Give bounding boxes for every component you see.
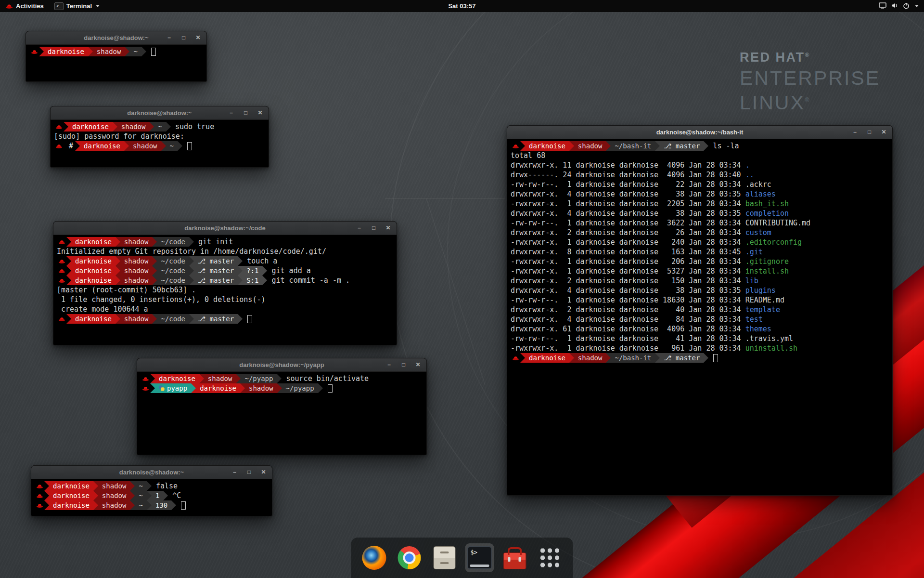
terminal-window: darknoise@shadow:~/code–□✕darknoiseshado… xyxy=(53,221,397,345)
powerline-separator xyxy=(606,141,611,151)
powerline-separator xyxy=(277,374,282,383)
close-button[interactable]: ✕ xyxy=(260,469,267,476)
maximize-button[interactable]: □ xyxy=(400,361,407,368)
powerline-separator xyxy=(238,266,243,276)
powerline-separator xyxy=(199,374,204,383)
terminal-text: total 68 xyxy=(511,151,545,160)
prompt-segment-path: ~ xyxy=(129,47,141,56)
prompt-segment-git: ⎇ master xyxy=(660,141,704,151)
maximize-button[interactable]: □ xyxy=(180,34,187,41)
redhat-icon xyxy=(35,491,44,500)
powerline-separator xyxy=(277,383,282,393)
prompt-segment-path: ~/code xyxy=(157,314,189,324)
dock-item-firefox[interactable] xyxy=(360,543,389,572)
powerline-separator xyxy=(262,276,267,285)
minimize-button[interactable]: – xyxy=(166,34,173,41)
window-titlebar[interactable]: darknoise@shadow:~/code–□✕ xyxy=(53,222,397,235)
terminal-text: drwxrwxr-x. 2 darknoise darknoise 40 Jan… xyxy=(511,305,745,315)
window-controls: –□✕ xyxy=(851,126,887,139)
terminal-output-line: Initialized empty Git repository in /hom… xyxy=(57,247,393,256)
powerline-separator xyxy=(520,141,525,151)
powerline-separator xyxy=(149,122,154,131)
terminal-body[interactable]: darknoiseshadow~/pyapp source bin/activa… xyxy=(137,372,426,393)
terminal-prompt-line: darknoiseshadow~130 xyxy=(35,500,269,510)
prompt-segment-git: ⎇ master xyxy=(194,276,238,285)
window-title: darknoise@shadow:~/bash-it xyxy=(656,129,744,136)
terminal-body[interactable]: darknoiseshadow~/code git initInitialize… xyxy=(53,235,397,324)
powerline-separator xyxy=(655,141,660,151)
file-name: completion xyxy=(745,209,789,218)
powerline-separator xyxy=(152,276,157,285)
chevron-down-icon xyxy=(915,5,919,7)
file-name: uninstall.sh xyxy=(745,343,797,353)
maximize-button[interactable]: □ xyxy=(866,129,873,136)
dock-item-files[interactable] xyxy=(430,543,459,572)
redhat-icon xyxy=(141,383,150,393)
dock-item-terminal[interactable]: $> xyxy=(465,543,494,572)
minimize-button[interactable]: – xyxy=(851,129,859,136)
terminal-text: -rwxrwxr-x. 1 darknoise darknoise 240 Ja… xyxy=(511,237,745,247)
prompt-segment-path: ~ xyxy=(154,122,166,131)
powerline-separator xyxy=(75,141,80,151)
minimize-button[interactable]: – xyxy=(356,224,363,232)
window-title: darknoise@shadow:~/pyapp xyxy=(239,361,324,368)
terminal-prompt-line: darknoiseshadow~ false xyxy=(35,481,269,491)
terminal-body[interactable]: darknoiseshadow~/bash-it⎇ master ls -lat… xyxy=(507,139,892,363)
powerline-separator xyxy=(66,276,71,285)
maximize-button[interactable]: □ xyxy=(242,109,249,117)
window-titlebar[interactable]: darknoise@shadow:~/pyapp–□✕ xyxy=(137,358,426,372)
terminal-prompt-line: darknoiseshadow~/code⎇ master xyxy=(57,314,393,324)
prompt-segment-user: darknoise xyxy=(525,353,569,363)
activities-button[interactable]: Activities xyxy=(0,0,49,12)
system-menu-button[interactable] xyxy=(873,0,924,12)
prompt-segment-user: darknoise xyxy=(71,256,116,266)
prompt-segment-path: ~/pyapp xyxy=(241,374,277,383)
terminal-text: drwxrwxr-x. 2 darknoise darknoise 150 Ja… xyxy=(511,276,745,286)
close-button[interactable]: ✕ xyxy=(385,224,392,232)
terminal-text: -rwxrwxr-x. 1 darknoise darknoise 206 Ja… xyxy=(511,257,745,266)
python-icon xyxy=(159,385,165,391)
window-titlebar[interactable]: darknoise@shadow:~–□✕ xyxy=(51,106,269,120)
minimize-button[interactable]: – xyxy=(228,109,235,117)
powerline-separator xyxy=(66,256,71,266)
command-text: git commit -a -m . xyxy=(267,276,350,285)
maximize-button[interactable]: □ xyxy=(370,224,377,232)
prompt-segment-user: darknoise xyxy=(80,141,124,151)
command-text: sudo true xyxy=(171,122,214,131)
file-name: test xyxy=(745,315,763,324)
window-titlebar[interactable]: darknoise@shadow:~–□✕ xyxy=(31,466,272,479)
window-titlebar[interactable]: darknoise@shadow:~/bash-it–□✕ xyxy=(507,126,892,139)
app-menu-button[interactable]: >_ Terminal xyxy=(49,0,105,12)
close-button[interactable]: ✕ xyxy=(880,129,887,136)
dock-item-show-apps[interactable] xyxy=(536,543,565,572)
redhat-icon xyxy=(57,266,66,276)
terminal-body[interactable]: darknoiseshadow~ xyxy=(26,45,206,56)
powerline-separator xyxy=(150,374,155,383)
dock-item-chrome[interactable] xyxy=(395,543,424,572)
prompt-segment-host: shadow xyxy=(120,266,153,276)
terminal-output-line: create mode 100644 a xyxy=(57,304,393,314)
prompt-segment-git: ⎇ master xyxy=(194,256,238,266)
close-button[interactable]: ✕ xyxy=(257,109,264,117)
redhat-logo-icon xyxy=(5,3,13,9)
file-listing-row: drwxrwxr-x. 4 darknoise darknoise 38 Jan… xyxy=(511,286,889,295)
minimize-button[interactable]: – xyxy=(231,469,238,476)
close-button[interactable]: ✕ xyxy=(414,361,422,368)
maximize-button[interactable]: □ xyxy=(245,469,253,476)
terminal-body[interactable]: darknoiseshadow~ sudo true[sudo] passwor… xyxy=(51,120,269,151)
close-button[interactable]: ✕ xyxy=(194,34,202,41)
terminal-output-line: 1 file changed, 0 insertions(+), 0 delet… xyxy=(57,295,393,304)
window-titlebar[interactable]: darknoise@shadow:~–□✕ xyxy=(26,31,206,45)
minimize-button[interactable]: – xyxy=(385,361,393,368)
prompt-segment-host: shadow xyxy=(98,500,130,510)
terminal-body[interactable]: darknoiseshadow~ falsedarknoiseshadow~1 … xyxy=(31,479,272,510)
files-icon xyxy=(434,546,456,569)
powerline-separator xyxy=(147,491,152,500)
prompt-segment-user: darknoise xyxy=(49,481,93,491)
redhat-icon xyxy=(35,500,44,510)
dock-item-toolbox[interactable] xyxy=(500,543,529,572)
clock[interactable]: Sat 03:57 xyxy=(448,0,475,12)
terminal-prompt-line: #darknoiseshadow~ xyxy=(54,141,265,151)
file-name: custom xyxy=(745,228,771,237)
activities-label: Activities xyxy=(16,2,44,10)
